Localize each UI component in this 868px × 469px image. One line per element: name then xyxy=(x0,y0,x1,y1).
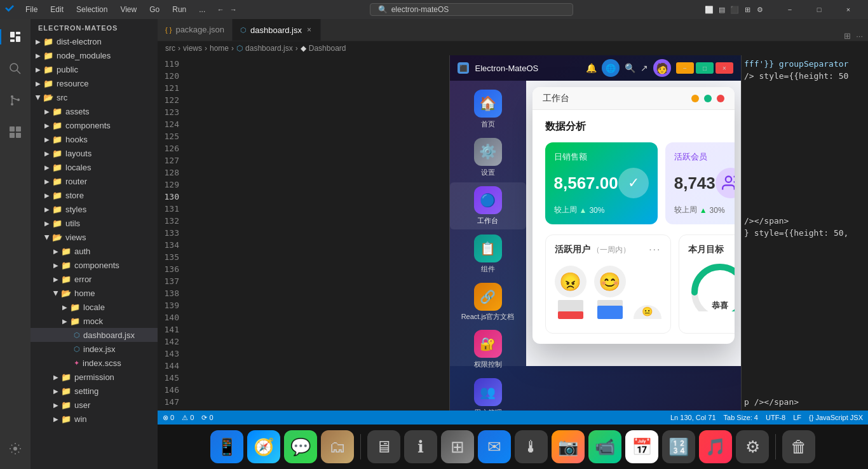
split-editor-icon[interactable]: ⊞ xyxy=(844,31,851,41)
app-avatar[interactable]: 🧑 xyxy=(653,59,671,77)
app-close-button[interactable]: × xyxy=(715,62,733,74)
dock-messages[interactable]: 💬 xyxy=(284,430,317,463)
settings-icon[interactable]: ⚙ xyxy=(755,4,765,15)
sidebar-item-locales[interactable]: ▶ 📁 locales xyxy=(31,160,158,174)
menu-run[interactable]: Run xyxy=(167,4,191,15)
sidebar-item-views[interactable]: ▶ 📂 views xyxy=(31,230,158,244)
search-box[interactable]: 🔍 electron-mateOS xyxy=(370,3,573,16)
app-topbar-globe-icon[interactable]: 🌐 xyxy=(602,59,620,77)
app-nav-home[interactable]: 🏠 首页 xyxy=(450,86,526,133)
sidebar-item-locale[interactable]: ▶ 📁 locale xyxy=(31,300,158,314)
layout-icon[interactable]: ⬛ xyxy=(729,4,740,15)
menu-file[interactable]: File xyxy=(20,4,43,15)
sidebar-item-index-scss[interactable]: ✦ index.scss xyxy=(31,356,158,370)
maximize-button[interactable]: □ xyxy=(804,0,834,19)
sidebar-item-resource[interactable]: ▶ 📁 resource xyxy=(31,76,158,90)
more-actions-icon[interactable]: ··· xyxy=(856,31,863,41)
dock-facetime[interactable]: 📹 xyxy=(588,430,621,463)
statusbar-tab-size[interactable]: Tab Size: 4 xyxy=(724,414,758,421)
search-icon[interactable]: 🔍 xyxy=(625,63,635,73)
activity-source-control-icon[interactable] xyxy=(0,85,31,116)
tab-close-button[interactable]: × xyxy=(306,24,313,36)
activity-search-icon[interactable] xyxy=(0,53,31,84)
right-code-continuation[interactable]: fff'}} groupSeparator /> style={{height:… xyxy=(741,55,868,411)
dock-info[interactable]: ℹ xyxy=(404,430,437,463)
sidebar-item-win[interactable]: ▶ 📁 win xyxy=(31,412,158,426)
sidebar-item-dashboard-jsx[interactable]: ⬡ dashboard.jsx xyxy=(31,328,158,342)
app-nav-workbench[interactable]: 🔵 工作台 xyxy=(450,182,526,229)
back-button[interactable]: ← xyxy=(215,4,226,15)
breadcrumb-views[interactable]: views xyxy=(183,44,202,53)
dock-music[interactable]: 🎵 xyxy=(699,430,732,463)
sidebar-item-user[interactable]: ▶ 📁 user xyxy=(31,398,158,412)
statusbar-eol[interactable]: LF xyxy=(793,414,801,421)
sidebar-item-views-components[interactable]: ▶ 📁 components xyxy=(31,258,158,272)
code-panel[interactable]: 119 120 121 122 123 124 125 126 127 128 … xyxy=(158,55,450,411)
dock-mail[interactable]: ✉ xyxy=(478,430,511,463)
dock-trash[interactable]: 🗑 xyxy=(782,430,815,463)
dock-calculator[interactable]: 🔢 xyxy=(662,430,695,463)
sidebar-item-index-jsx[interactable]: ⬡ index.jsx xyxy=(31,342,158,356)
share-icon[interactable]: ↗ xyxy=(641,63,648,73)
dock-screen[interactable]: 🖥 xyxy=(367,430,400,463)
sidebar-item-router[interactable]: ▶ 📁 router xyxy=(31,174,158,188)
sidebar-item-setting[interactable]: ▶ 📁 setting xyxy=(31,384,158,398)
panel-layout-icon[interactable]: ⊞ xyxy=(742,4,752,15)
breadcrumb-src[interactable]: src xyxy=(165,44,175,53)
sidebar-item-permission[interactable]: ▶ 📁 permission xyxy=(31,370,158,384)
sidebar-item-auth[interactable]: ▶ 📁 auth xyxy=(31,244,158,258)
app-nav-components[interactable]: 📋 组件 xyxy=(450,231,526,278)
breadcrumb-home[interactable]: home xyxy=(210,44,229,53)
statusbar-warnings[interactable]: ⚠ 0 xyxy=(182,414,194,422)
panel-toggle-icon[interactable]: ⬜ xyxy=(704,4,714,15)
app-maximize-button[interactable]: □ xyxy=(696,62,714,74)
sidebar-item-error[interactable]: ▶ 📁 error xyxy=(31,272,158,286)
sidebar-toggle-icon[interactable]: ▤ xyxy=(717,4,727,15)
dock-safari[interactable]: 🧭 xyxy=(247,430,280,463)
sidebar-item-node-modules[interactable]: ▶ 📁 node_modules xyxy=(31,48,158,62)
sidebar-item-layouts[interactable]: ▶ 📁 layouts xyxy=(31,146,158,160)
statusbar-sync[interactable]: ⟳ 0 xyxy=(201,414,213,422)
minimize-button[interactable]: − xyxy=(775,0,804,19)
sidebar-item-styles[interactable]: ▶ 📁 styles xyxy=(31,202,158,216)
more-button[interactable]: ··· xyxy=(649,244,661,255)
statusbar-encoding[interactable]: UTF-8 xyxy=(766,414,785,421)
statusbar-language[interactable]: {} JavaScript JSX xyxy=(809,414,863,421)
sidebar-item-home[interactable]: ▶ 📂 home xyxy=(31,286,158,300)
forward-button[interactable]: → xyxy=(228,4,238,15)
app-nav-react-docs[interactable]: 🔗 React.js官方文档 xyxy=(450,279,526,325)
dialog-close-button[interactable] xyxy=(717,95,724,102)
app-minimize-button[interactable]: − xyxy=(676,62,694,74)
dock-finder[interactable]: 🗂 xyxy=(321,430,354,463)
sidebar-item-components[interactable]: ▶ 📁 components xyxy=(31,118,158,132)
bell-icon[interactable]: 🔔 xyxy=(586,63,597,73)
code-content[interactable] xyxy=(187,55,449,411)
sidebar-item-hooks[interactable]: ▶ 📁 hooks xyxy=(31,132,158,146)
tab-dashboard-jsx[interactable]: ⬡ dashboard.jsx × xyxy=(233,19,321,41)
app-nav-permission[interactable]: 🔐 权限控制 xyxy=(450,326,526,373)
dock-system-prefs[interactable]: ⚙ xyxy=(736,430,769,463)
activity-settings-icon[interactable] xyxy=(0,433,31,464)
menu-edit[interactable]: Edit xyxy=(45,4,69,15)
sidebar-item-dist-electron[interactable]: ▶ 📁 dist-electron xyxy=(31,34,158,48)
app-nav-users[interactable]: 👥 用户管理 xyxy=(450,374,526,411)
dialog-maximize-button[interactable] xyxy=(704,95,712,102)
menu-go[interactable]: Go xyxy=(144,4,165,15)
breadcrumb-file[interactable]: dashboard.jsx xyxy=(245,44,293,53)
breadcrumb-symbol[interactable]: Dashboard xyxy=(309,44,346,53)
sidebar-item-assets[interactable]: ▶ 📁 assets xyxy=(31,104,158,118)
sidebar-item-store[interactable]: ▶ 📁 store xyxy=(31,188,158,202)
sidebar-item-utils[interactable]: ▶ 📁 utils xyxy=(31,216,158,230)
tab-package-json[interactable]: { } package.json xyxy=(158,19,233,41)
dialog-minimize-button[interactable] xyxy=(691,95,699,102)
statusbar-position[interactable]: Ln 130, Col 71 xyxy=(670,414,716,421)
menu-view[interactable]: View xyxy=(115,4,142,15)
dock-launchpad[interactable]: ⊞ xyxy=(441,430,474,463)
dock-temp[interactable]: 🌡 xyxy=(515,430,548,463)
dock-calendar[interactable]: 📅 xyxy=(625,430,658,463)
sidebar-item-public[interactable]: ▶ 📁 public xyxy=(31,62,158,76)
dock-appstore[interactable]: 📱 xyxy=(210,430,243,463)
app-nav-settings[interactable]: ⚙️ 设置 xyxy=(450,134,526,181)
sidebar-item-mock[interactable]: ▶ 📁 mock xyxy=(31,314,158,328)
activity-extensions-icon[interactable] xyxy=(0,117,31,147)
